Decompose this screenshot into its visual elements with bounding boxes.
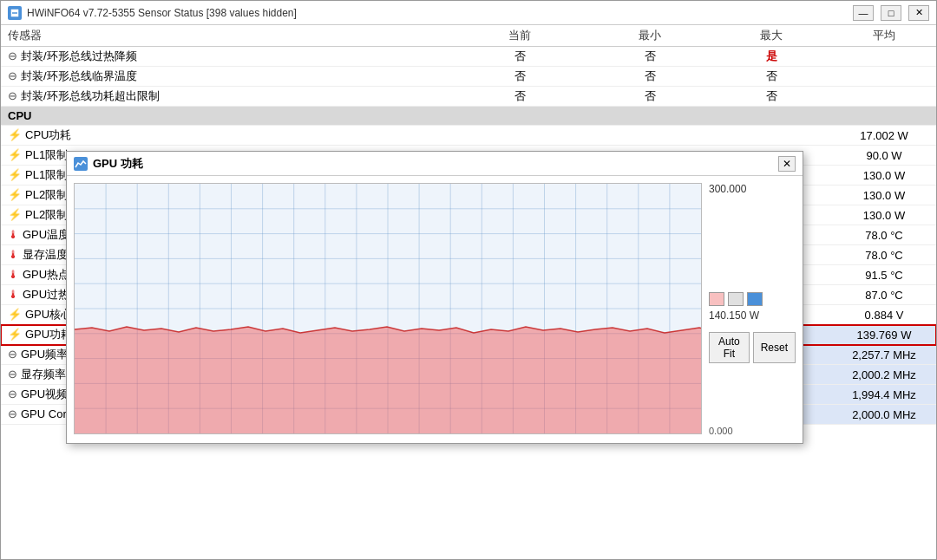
- sensor-avg-cell: 2,000.2 MHz: [832, 365, 936, 385]
- sensor-label-cell: ⊖封装/环形总线临界温度: [1, 67, 450, 87]
- sensor-avg-cell: 130.0 W: [832, 166, 936, 186]
- sensor-max-cell: 否: [711, 67, 832, 87]
- color-box-2: [728, 292, 744, 306]
- dialog-app-icon: [74, 157, 88, 171]
- sensor-max-cell: 否: [711, 87, 832, 107]
- col-min: 最小: [589, 25, 711, 47]
- auto-fit-button[interactable]: Auto Fit: [709, 332, 750, 363]
- main-window: HWiNFO64 v7.72-5355 Sensor Status [398 v…: [0, 0, 937, 560]
- dialog-title-left: GPU 功耗: [74, 156, 143, 172]
- reset-button[interactable]: Reset: [753, 332, 796, 363]
- svg-marker-31: [75, 327, 701, 433]
- sensor-current-cell: 否: [450, 87, 589, 107]
- table-row: ⊖封装/环形总线过热降频否否是: [1, 47, 936, 67]
- sensor-avg-cell: 130.0 W: [832, 205, 936, 225]
- chart-area: 300.000 140.150 W Auto Fit Reset 0.000: [67, 176, 803, 443]
- close-button[interactable]: ✕: [908, 5, 929, 21]
- chart-svg: [75, 184, 701, 433]
- app-icon: [8, 6, 22, 20]
- sensor-current-cell: 否: [450, 47, 589, 67]
- chart-controls: 300.000 140.150 W Auto Fit Reset 0.000: [709, 183, 796, 436]
- color-box-1: [709, 292, 724, 306]
- sensor-avg-cell: 1,994.4 MHz: [832, 385, 936, 405]
- sensor-avg-cell: 130.0 W: [832, 186, 936, 205]
- sensor-min-cell: [589, 126, 711, 146]
- table-header-row: 传感器 当前 最小 最大 平均: [1, 25, 936, 47]
- sensor-max-cell: [711, 126, 832, 146]
- sensor-label-cell: ⚡CPU功耗: [1, 126, 450, 146]
- dialog-close-button[interactable]: ✕: [778, 156, 796, 172]
- dialog-titlebar: GPU 功耗 ✕: [67, 152, 803, 176]
- sensor-avg-cell: 17.002 W: [832, 126, 936, 146]
- col-max: 最大: [711, 25, 832, 47]
- table-row: ⊖封装/环形总线临界温度否否否: [1, 67, 936, 87]
- title-bar-left: HWiNFO64 v7.72-5355 Sensor Status [398 v…: [8, 6, 297, 20]
- window-title: HWiNFO64 v7.72-5355 Sensor Status [398 v…: [27, 7, 297, 19]
- gpu-power-dialog: GPU 功耗 ✕: [66, 151, 803, 444]
- sensor-avg-cell: 90.0 W: [832, 146, 936, 166]
- col-avg: 平均: [832, 25, 936, 47]
- y-max-label: 300.000: [709, 183, 746, 195]
- sensor-current-cell: [450, 126, 589, 146]
- dialog-title: GPU 功耗: [93, 156, 143, 172]
- y-min-label: 0.000: [709, 426, 733, 436]
- sensor-avg-cell: 87.0 °C: [832, 285, 936, 305]
- sensor-avg-cell: 2,257.7 MHz: [832, 345, 936, 365]
- content-area: 传感器 当前 最小 最大 平均 ⊖封装/环形总线过热降频否否是⊖封装/环形总线临…: [1, 25, 936, 559]
- color-box-3: [747, 292, 763, 306]
- sensor-avg-cell: [832, 67, 936, 87]
- table-row: ⊖封装/环形总线功耗超出限制否否否: [1, 87, 936, 107]
- sensor-min-cell: 否: [589, 87, 711, 107]
- sensor-max-cell: 是: [711, 47, 832, 67]
- maximize-button[interactable]: □: [881, 5, 901, 21]
- chart-canvas: [74, 183, 702, 434]
- col-sensor: 传感器: [1, 25, 450, 47]
- sensor-avg-cell: 91.5 °C: [832, 265, 936, 285]
- sensor-min-cell: 否: [589, 67, 711, 87]
- sensor-avg-cell: 139.769 W: [832, 325, 936, 345]
- sensor-avg-cell: 78.0 °C: [832, 245, 936, 265]
- sensor-avg-cell: [832, 87, 936, 107]
- sensor-label-cell: ⊖封装/环形总线功耗超出限制: [1, 87, 450, 107]
- sensor-min-cell: 否: [589, 47, 711, 67]
- minimize-button[interactable]: —: [853, 5, 874, 21]
- y-mid-label: 140.150 W: [709, 309, 759, 322]
- table-section-row: CPU: [1, 107, 936, 126]
- color-boxes: [709, 292, 763, 306]
- sensor-avg-cell: 2,000.0 MHz: [832, 405, 936, 425]
- table-row: ⚡CPU功耗17.002 W: [1, 126, 936, 146]
- sensor-avg-cell: 78.0 °C: [832, 225, 936, 245]
- sensor-label-cell: ⊖封装/环形总线过热降频: [1, 47, 450, 67]
- chart-buttons: Auto Fit Reset: [709, 332, 796, 363]
- sensor-current-cell: 否: [450, 67, 589, 87]
- window-controls: — □ ✕: [853, 5, 929, 21]
- sensor-avg-cell: [832, 47, 936, 67]
- col-current: 当前: [450, 25, 589, 47]
- sensor-avg-cell: 0.884 V: [832, 305, 936, 325]
- title-bar: HWiNFO64 v7.72-5355 Sensor Status [398 v…: [1, 1, 936, 25]
